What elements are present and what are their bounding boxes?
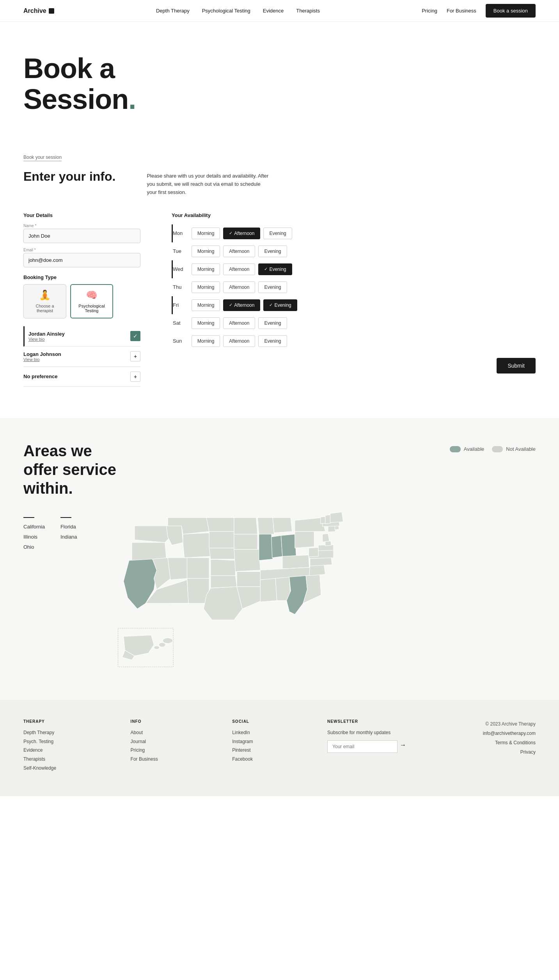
footer-col-therapy: THERAPY Depth Therapy Psych. Testing Evi… (23, 719, 56, 773)
avail-btn-thu-morning[interactable]: Morning (192, 281, 220, 293)
nav-link-for-business[interactable]: For Business (447, 8, 476, 14)
avail-btn-sat-morning[interactable]: Morning (192, 317, 220, 329)
footer-link-therapists[interactable]: Therapists (23, 755, 56, 764)
newsletter-email-input[interactable] (327, 740, 398, 753)
nav-logo[interactable]: Archive (23, 7, 54, 14)
booking-option-label-2: Psychological Testing (76, 304, 107, 313)
avail-btn-wed-afternoon[interactable]: Afternoon (223, 263, 255, 275)
therapist-item-no-preference: No preference + (23, 367, 140, 387)
therapist-name-jordan: Jordan Ainsley (28, 331, 65, 337)
name-input[interactable] (23, 229, 140, 243)
avail-buttons-mon: Morning✓ AfternoonEvening (192, 228, 292, 239)
footer-link-pinterest[interactable]: Pinterest (232, 746, 253, 755)
avail-btn-fri-evening[interactable]: ✓ Evening (263, 299, 297, 311)
booking-option-psych-testing[interactable]: 🧠 Psychological Testing (70, 284, 113, 318)
email-field-group: Email * (23, 248, 140, 267)
footer-link-evidence[interactable]: Evidence (23, 746, 56, 755)
avail-btn-wed-morning[interactable]: Morning (192, 263, 220, 275)
email-input[interactable] (23, 253, 140, 267)
avail-btn-thu-afternoon[interactable]: Afternoon (223, 281, 255, 293)
footer-link-self-knowledge[interactable]: Self-Knowledge (23, 764, 56, 773)
state-ohio: Ohio (23, 542, 45, 552)
breadcrumb: Book your session (23, 155, 62, 161)
therapist-bio-jordan[interactable]: View bio (28, 337, 65, 341)
therapist-select-no-pref[interactable]: + (130, 372, 140, 382)
nav-link-depth-therapy[interactable]: Depth Therapy (156, 8, 190, 14)
footer-right: © 2023 Archive Therapy info@archivethera… (483, 719, 536, 773)
avail-btn-fri-afternoon[interactable]: ✓ Afternoon (223, 299, 260, 311)
avail-btn-tue-morning[interactable]: Morning (192, 245, 220, 257)
state-wy (183, 533, 211, 558)
avail-btn-sun-afternoon[interactable]: Afternoon (223, 335, 255, 347)
state-il-map (259, 533, 273, 560)
avail-btn-mon-morning[interactable]: Morning (192, 228, 220, 239)
therapist-select-jordan[interactable]: ✓ (130, 331, 140, 341)
book-session-button[interactable]: Book a session (486, 4, 536, 18)
avail-btn-tue-afternoon[interactable]: Afternoon (223, 245, 255, 257)
nav-link-pricing[interactable]: Pricing (422, 8, 437, 14)
avail-day-label-mon: Mon (173, 230, 187, 236)
avail-btn-fri-morning[interactable]: Morning (192, 299, 220, 311)
footer-link-instagram[interactable]: Instagram (232, 737, 253, 746)
nav-center-links: Depth Therapy Psychological Testing Evid… (156, 8, 320, 14)
therapist-select-logan[interactable]: + (130, 351, 140, 361)
avail-btn-thu-evening[interactable]: Evening (258, 281, 287, 293)
map-header: Areas we offer service within. Available… (23, 441, 536, 498)
avail-day-label-wed: Wed (173, 266, 187, 272)
usa-map-container (101, 509, 536, 676)
footer-link-psych-testing[interactable]: Psych. Testing (23, 737, 56, 746)
footer-terms-link[interactable]: Terms & Conditions (483, 738, 536, 747)
hero-title: Book a Session. (23, 53, 536, 115)
avail-buttons-sat: MorningAfternoonEvening (192, 317, 287, 329)
avail-day-label-fri: Fri (173, 302, 187, 308)
legend-available-label: Available (464, 446, 484, 452)
submit-button[interactable]: Submit (497, 358, 536, 374)
footer-link-linkedin[interactable]: LinkedIn (232, 728, 253, 737)
footer-email-link[interactable]: info@archivetherapy.com (483, 729, 536, 738)
state-ne (209, 548, 235, 559)
state-lists: California Illinois Ohio Florida Indiana (23, 509, 86, 676)
therapist-bio-logan[interactable]: View bio (23, 357, 61, 362)
avail-row-tue: TueMorningAfternoonEvening (172, 242, 536, 260)
state-ks (211, 559, 236, 576)
state-california: California (23, 522, 45, 532)
nav-link-therapists[interactable]: Therapists (296, 8, 320, 14)
avail-btn-mon-evening[interactable]: Evening (263, 228, 292, 239)
footer-link-depth-therapy[interactable]: Depth Therapy (23, 728, 56, 737)
footer-top: THERAPY Depth Therapy Psych. Testing Evi… (23, 719, 536, 773)
form-right-column: Your Availability MonMorning✓ AfternoonE… (172, 212, 536, 374)
avail-row-fri: FriMorning✓ Afternoon✓ Evening (172, 296, 536, 314)
state-sd (209, 531, 234, 548)
avail-btn-sat-evening[interactable]: Evening (258, 317, 287, 329)
avail-btn-mon-afternoon[interactable]: ✓ Afternoon (223, 228, 260, 239)
footer-social-label: SOCIAL (232, 719, 253, 724)
footer-link-about[interactable]: About (131, 728, 158, 737)
state-pa (295, 531, 314, 548)
footer-copyright: © 2023 Archive Therapy (483, 719, 536, 729)
footer-privacy-link[interactable]: Privacy (483, 747, 536, 757)
footer-link-for-business[interactable]: For Business (131, 755, 158, 764)
footer: THERAPY Depth Therapy Psych. Testing Evi… (0, 700, 559, 796)
state-wi (257, 518, 274, 534)
logo-text: Archive (23, 7, 46, 14)
state-divider-1 (23, 517, 34, 518)
state-mo (234, 549, 260, 571)
booking-option-label-1: Choose a therapist (29, 304, 60, 313)
avail-btn-sat-afternoon[interactable]: Afternoon (223, 317, 255, 329)
state-col-2: Florida Indiana (60, 517, 77, 552)
avail-btn-tue-evening[interactable]: Evening (258, 245, 287, 257)
footer-link-facebook[interactable]: Facebook (232, 755, 253, 764)
avail-btn-sun-evening[interactable]: Evening (258, 335, 287, 347)
avail-btn-sun-morning[interactable]: Morning (192, 335, 220, 347)
nav-link-psych-testing[interactable]: Psychological Testing (202, 8, 250, 14)
avail-btn-wed-evening[interactable]: ✓ Evening (258, 263, 292, 275)
state-in-map (272, 535, 282, 558)
nav-link-evidence[interactable]: Evidence (263, 8, 284, 14)
booking-option-choose-therapist[interactable]: 🧘 Choose a therapist (23, 284, 66, 318)
footer-link-pricing[interactable]: Pricing (131, 746, 158, 755)
therapist-info-jordan: Jordan Ainsley View bio (28, 331, 65, 341)
newsletter-submit-button[interactable]: → (398, 738, 408, 752)
footer-link-journal[interactable]: Journal (131, 737, 158, 746)
state-id (166, 526, 183, 545)
state-ok (211, 576, 237, 588)
